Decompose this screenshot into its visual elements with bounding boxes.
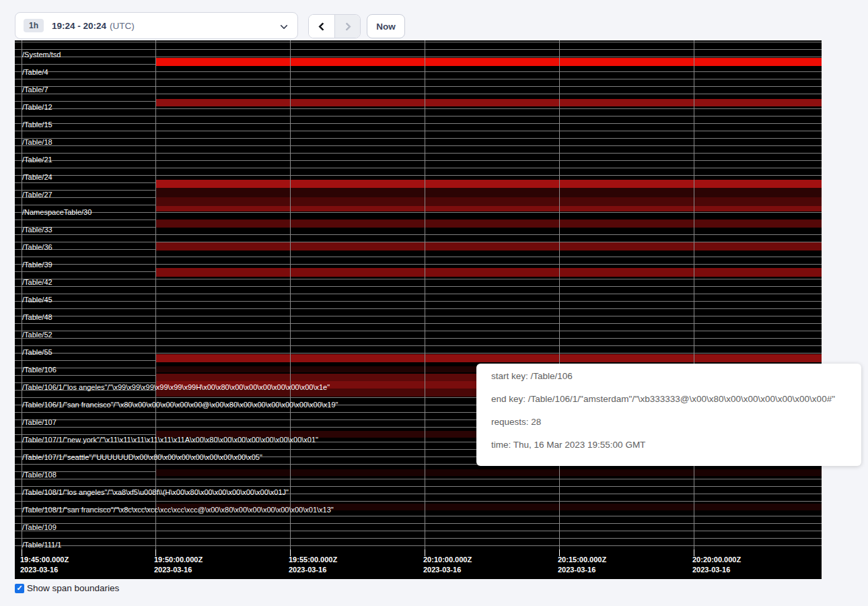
row-label: /System/tsd (22, 50, 61, 59)
heat-band (156, 188, 822, 197)
row-label: /Table/106/1/"san francisco"/"\x80\x00\x… (22, 401, 338, 409)
gridline-horizontal (15, 116, 822, 116)
row-label: /Table/109 (22, 523, 57, 531)
row-label: /Table/108/1/"los angeles"/"\xa8\xf5\u00… (22, 488, 289, 496)
axis-tick-label: 20:10:00.000Z2023-03-16 (423, 555, 472, 575)
time-range-preset-badge: 1h (24, 19, 44, 32)
axis-tick-date: 2023-03-16 (423, 565, 472, 575)
axis-tick-label: 19:55:00.000Z2023-03-16 (289, 555, 337, 575)
tooltip: start key: /Table/106 end key: /Table/10… (476, 364, 861, 466)
gridline-horizontal (15, 108, 822, 109)
axis-tick-date: 2023-03-16 (154, 565, 203, 575)
gridline-horizontal (15, 479, 822, 479)
row-label: /Table/52 (22, 331, 52, 339)
heat-band (156, 180, 822, 188)
gridline-horizontal (15, 131, 822, 131)
gridline-horizontal (15, 79, 822, 79)
time-range-dropdown[interactable]: 1h 19:24 - 20:24 (UTC) (15, 12, 298, 39)
gridline-horizontal (15, 338, 822, 339)
next-range-button[interactable] (334, 15, 360, 38)
axis-tick-time: 20:10:00.000Z (423, 555, 472, 565)
axis-tick-time: 19:45:00.000Z (20, 555, 69, 565)
time-range-label: 19:24 - 20:24 (52, 21, 106, 31)
show-span-boundaries-label[interactable]: Show span boundaries (27, 583, 119, 593)
gridline-horizontal (15, 160, 822, 161)
axis-tick-time: 20:20:00.000Z (692, 555, 741, 565)
row-label: /Table/108 (22, 471, 57, 479)
axis-tick-label: 19:50:00.000Z2023-03-16 (154, 555, 203, 575)
row-label: /Table/18 (22, 138, 52, 146)
gridline-vertical (694, 40, 694, 551)
axis-tick-label: 19:45:00.000Z2023-03-16 (20, 555, 69, 575)
row-label: /Table/39 (22, 261, 52, 269)
heat-band (156, 206, 822, 211)
row-label: /Table/33 (22, 226, 52, 234)
prev-range-button[interactable] (309, 15, 334, 38)
row-label: /Table/36 (22, 243, 52, 251)
row-label: /Table/4 (22, 68, 48, 76)
gridline-horizontal (15, 545, 822, 546)
time-range-nav-group (308, 14, 361, 38)
heat-band (156, 469, 822, 476)
gridline-horizontal (15, 123, 822, 124)
gridline-horizontal (15, 286, 822, 287)
axis-tick-time: 19:55:00.000Z (289, 555, 337, 565)
tooltip-requests: requests: 28 (491, 417, 846, 427)
time-range-timezone: (UTC) (110, 21, 135, 31)
row-label: /Table/111/1 (22, 541, 61, 549)
gridline-horizontal (15, 486, 822, 487)
heat-band (156, 268, 822, 277)
chevron-left-icon (318, 22, 327, 31)
gridline-horizontal (15, 279, 822, 279)
gridline-horizontal (15, 57, 822, 57)
now-button[interactable]: Now (367, 14, 405, 38)
row-label: /Table/27 (22, 191, 52, 199)
gridline-horizontal (15, 323, 822, 324)
footer: ✓ Show span boundaries (15, 583, 119, 593)
heatmap-canvas[interactable]: /System/tsd/Table/4/Table/7/Table/12/Tab… (15, 40, 822, 579)
heat-band (156, 242, 822, 250)
heat-band (156, 220, 822, 228)
heat-band (156, 354, 822, 362)
gridline-horizontal (15, 138, 822, 139)
axis-tick-date: 2023-03-16 (558, 565, 606, 575)
heat-band (156, 58, 822, 66)
gridline-horizontal (15, 49, 822, 50)
axis-tick-label: 20:20:00.000Z2023-03-16 (692, 555, 741, 575)
show-span-boundaries-checkbox[interactable]: ✓ (15, 584, 24, 593)
tooltip-end-key: end key: /Table/106/1/"amsterdam"/"\xb33… (491, 395, 846, 404)
row-label: /Table/55 (22, 348, 52, 356)
row-label: /Table/24 (22, 173, 52, 181)
gridline-horizontal (15, 175, 822, 176)
gridline-horizontal (15, 212, 822, 213)
gridline-vertical (559, 40, 560, 551)
row-label: /Table/107/1/"seattle"/"UUUUUUD\x00\x80\… (22, 453, 262, 461)
gridline-horizontal (15, 331, 822, 331)
row-label: /Table/21 (22, 156, 52, 164)
gridline-horizontal (15, 538, 822, 539)
gridline-horizontal (15, 294, 822, 294)
gridline-vertical (155, 40, 156, 551)
gridline-horizontal (15, 516, 822, 516)
gridline-horizontal (15, 316, 822, 316)
gridline-vertical (425, 40, 425, 551)
row-label: /Table/15 (22, 121, 52, 129)
axis-tick-time: 20:15:00.000Z (558, 555, 606, 565)
row-label: /Table/107/1/"new york"/"\x11\x11\x11\x1… (22, 436, 318, 444)
gridline-horizontal (15, 94, 822, 94)
tooltip-time: time: Thu, 16 Mar 2023 19:55:00 GMT (491, 440, 846, 450)
gridline-vertical (290, 40, 291, 551)
gridline-horizontal (15, 531, 822, 531)
gridline-horizontal (15, 523, 822, 524)
gridline-horizontal (15, 86, 822, 87)
gridline-horizontal (15, 71, 822, 72)
axis-tick-label: 20:15:00.000Z2023-03-16 (558, 555, 606, 575)
axis-tick-date: 2023-03-16 (20, 565, 69, 575)
tooltip-start-key: start key: /Table/106 (491, 372, 846, 381)
key-visualizer-page: 1h 19:24 - 20:24 (UTC) Now /System/tsd/T… (0, 0, 868, 606)
gridline-horizontal (15, 168, 822, 168)
heat-band (156, 99, 822, 106)
gridline-horizontal (15, 353, 822, 354)
row-label: /Table/42 (22, 278, 52, 286)
row-label: /Table/108/1/"san francisco"/"\x8c\xcc\x… (22, 506, 334, 514)
